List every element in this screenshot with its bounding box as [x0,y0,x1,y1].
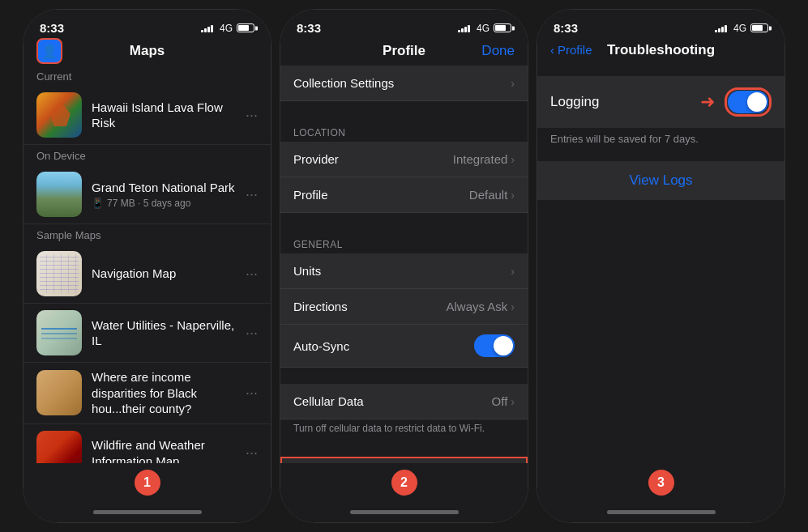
logging-row[interactable]: Logging ➜ [537,76,784,128]
settings-item-directions[interactable]: Directions Always Ask › [280,289,528,325]
map-thumbnail-nav [36,251,82,296]
map-thumbnail-teton [36,172,82,217]
profile-row-label: Profile [293,188,328,202]
troubleshooting-screen: 8:33 4G ‹ Pr [537,10,784,522]
status-time-2: 8:33 [297,21,321,35]
battery-icon-2 [494,23,511,32]
collection-label: Collection Settings [293,76,394,90]
provider-value: Integrated › [453,152,515,166]
home-indicator-3 [607,510,716,514]
phone-2: 8:33 4G Profile Done [280,9,528,523]
cellular-note: Turn off cellular data to restrict data … [280,419,528,440]
maps-header: 👤 Maps [24,40,271,66]
troubleshooting-title: Troubleshooting [607,42,715,58]
map-name-hawaii: Hawaii Island Lava Flow Risk [92,100,236,131]
more-dots-income[interactable]: ··· [246,385,258,402]
maps-title: Maps [130,43,165,59]
autosync-toggle[interactable] [474,334,515,357]
back-label: Profile [558,43,592,57]
map-meta-teton: 📱 77 MB · 5 days ago [92,198,236,209]
more-dots-wildfire[interactable]: ··· [246,445,258,462]
map-thumbnail-wildfire [36,431,82,464]
home-indicator-1 [93,510,202,514]
status-icons-1: 4G [201,23,254,34]
network-label-1: 4G [220,23,233,34]
list-item[interactable]: Hawaii Island Lava Flow Risk ··· [24,86,271,145]
profile-title: Profile [383,43,425,59]
status-bar-2: 8:33 4G [280,10,528,40]
units-chevron: › [511,265,515,278]
battery-icon-1 [237,23,254,32]
settings-item-profile[interactable]: Profile Default › [280,177,528,213]
more-dots-nav[interactable]: ··· [246,266,258,283]
provider-label: Provider [293,152,339,166]
map-info-water: Water Utilities - Naperville, IL [92,317,236,349]
profile-button[interactable]: 👤 [36,38,62,64]
step-badge-3: 3 [648,470,674,496]
arrow-right-icon: ➜ [700,92,715,113]
map-name-nav: Navigation Map [92,266,236,282]
battery-icon-3 [750,23,768,32]
signal-icon-2 [458,24,470,32]
list-item[interactable]: Water Utilities - Naperville, IL ··· [24,304,271,363]
autosync-label: Auto-Sync [293,339,349,353]
section-general: GENERAL [280,229,528,253]
settings-list: Collection Settings › LOCATION Provider … [280,66,528,463]
map-name-teton: Grand Teton National Park [92,180,236,196]
list-item[interactable]: Navigation Map ··· [24,245,271,304]
status-bar-3: 8:33 4G [537,10,784,40]
list-item[interactable]: Grand Teton National Park 📱 77 MB · 5 da… [24,165,271,224]
map-info-teton: Grand Teton National Park 📱 77 MB · 5 da… [92,180,236,209]
section-current: Current [24,66,271,86]
settings-item-provider[interactable]: Provider Integrated › [280,142,528,177]
home-indicator-2 [350,510,459,514]
cellular-label: Cellular Data [293,394,364,408]
map-list: Current Hawaii Island Lava Flow Risk ···… [24,66,271,463]
maps-screen: 8:33 4G 👤 [24,10,271,522]
done-button[interactable]: Done [481,43,515,59]
more-dots-teton[interactable]: ··· [246,186,258,203]
list-item[interactable]: Wildfire and Weather Information Map ··· [24,424,271,464]
map-info-nav: Navigation Map [92,266,236,282]
list-item[interactable]: Where are income disparities for Black h… [24,363,271,424]
map-name-income: Where are income disparities for Black h… [92,369,236,417]
status-bar-1: 8:33 4G [24,10,271,40]
units-label: Units [293,264,321,278]
signal-icon-1 [201,24,213,32]
status-time-1: 8:33 [40,21,64,35]
map-thumbnail-water [36,310,82,355]
map-thumbnail-income [36,370,82,415]
settings-item-units[interactable]: Units › [280,253,528,289]
settings-item-collection[interactable]: Collection Settings › [280,66,528,101]
directions-label: Directions [293,300,348,313]
step-badge-2: 2 [391,470,417,496]
settings-item-autosync[interactable]: Auto-Sync [280,325,528,368]
more-dots-water[interactable]: ··· [246,325,258,342]
person-icon: 👤 [41,44,58,59]
network-label-3: 4G [733,23,746,34]
settings-item-troubleshooting[interactable]: Troubleshooting › [280,457,528,463]
logging-label: Logging [550,94,600,110]
logging-toggle-area: ➜ [700,87,772,117]
status-icons-3: 4G [715,23,768,34]
view-logs-button[interactable]: View Logs [537,161,784,200]
logging-toggle[interactable] [728,91,768,113]
cellular-value: Off › [492,394,515,408]
step-badge-1: 1 [135,470,160,496]
settings-item-cellular[interactable]: Cellular Data Off › [280,384,528,419]
back-button[interactable]: ‹ Profile [550,43,592,57]
status-icons-2: 4G [458,23,511,34]
more-dots-hawaii[interactable]: ··· [246,107,258,124]
profile-row-value: Default › [469,188,515,202]
section-on-device: On Device [24,145,271,165]
map-name-water: Water Utilities - Naperville, IL [92,317,236,349]
signal-icon-3 [715,24,727,32]
phone-3: 8:33 4G ‹ Pr [537,9,785,523]
troubleshooting-header: ‹ Profile Troubleshooting [537,40,784,63]
directions-value: Always Ask › [446,300,515,313]
collection-chevron: › [511,77,515,90]
phone-1: 8:33 4G 👤 [23,9,271,523]
map-info-hawaii: Hawaii Island Lava Flow Risk [92,100,236,131]
map-thumbnail-hawaii [36,92,82,138]
status-time-3: 8:33 [554,21,578,35]
